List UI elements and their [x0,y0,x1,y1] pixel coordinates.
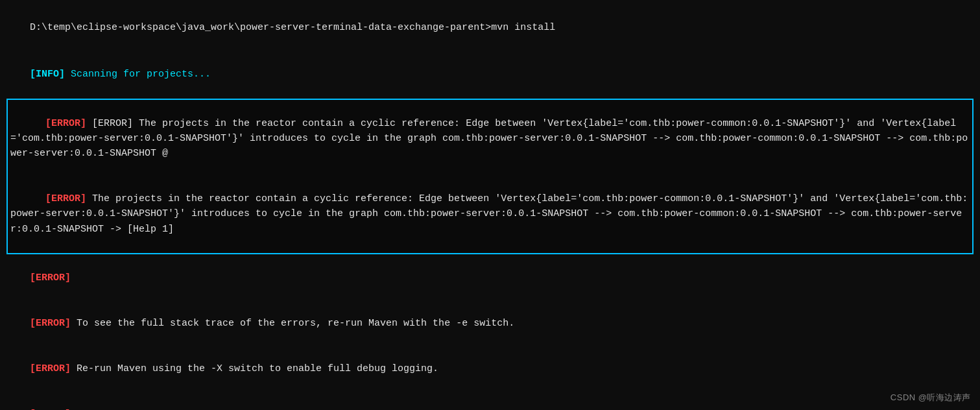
info-badge: [INFO] [30,69,65,80]
command-line: D:\temp\eclipse-workspace\java_work\powe… [6,5,974,51]
error-debug-content: Re-run Maven using the -X switch to enab… [71,363,438,374]
error-content-1: [ERROR] The projects in the reactor cont… [10,118,968,160]
command-text: D:\temp\eclipse-workspace\java_work\powe… [30,22,555,33]
error-line-2: [ERROR] The projects in the reactor cont… [10,176,970,252]
error-badge-empty: [ERROR] [30,272,71,283]
error-line-1: [ERROR] [ERROR] The projects in the reac… [10,101,970,176]
error-stack-content: To see the full stack trace of the error… [71,318,514,329]
error-badge-2: [ERROR] [45,193,86,204]
error-highlight-block: [ERROR] [ERROR] The projects in the reac… [6,99,974,255]
error-content-2: The projects in the reactor contain a cy… [10,193,968,235]
error-debug-line: [ERROR] Re-run Maven using the -X switch… [6,346,974,392]
error-empty-line: [ERROR] [6,256,974,301]
error-stack-line: [ERROR] To see the full stack trace of t… [6,301,974,346]
error-empty-line-2: [ERROR] [6,391,974,410]
error-badge-1: [ERROR] [45,118,86,129]
watermark: CSDN @听海边涛声 [890,392,971,404]
error-badge-debug: [ERROR] [30,363,71,374]
info-content: Scanning for projects... [65,69,211,80]
error-badge-stack: [ERROR] [30,318,71,329]
info-line: [INFO] Scanning for projects... [6,52,974,97]
terminal-window: D:\temp\eclipse-workspace\java_work\powe… [0,0,980,410]
